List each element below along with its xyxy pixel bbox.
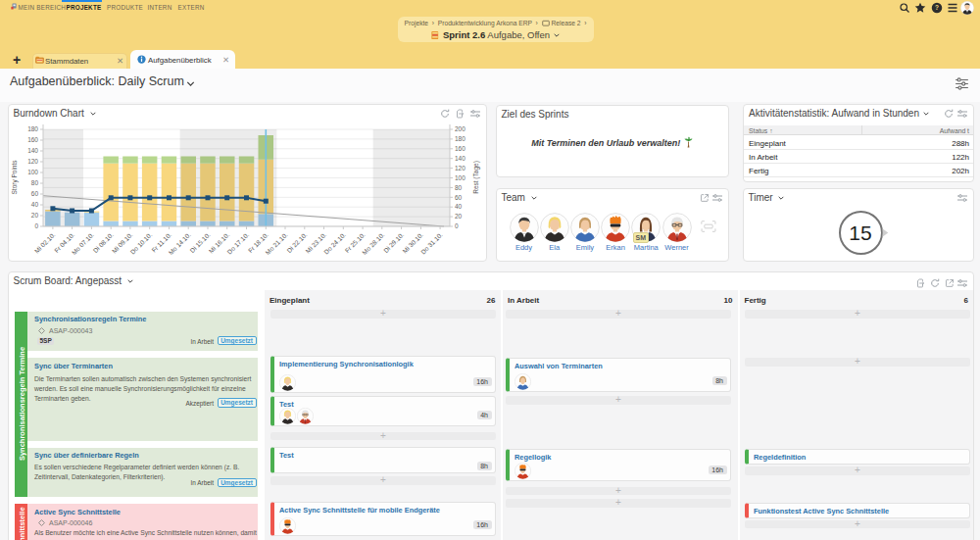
svg-text:60: 60 [455, 194, 463, 201]
svg-text:80: 80 [455, 184, 463, 191]
svg-text:0: 0 [34, 222, 38, 229]
svg-text:160: 160 [27, 136, 38, 143]
svg-text:Mi 02.10.: Mi 02.10. [33, 231, 57, 255]
svg-text:20: 20 [455, 213, 463, 220]
svg-text:160: 160 [455, 145, 466, 152]
svg-text:100: 100 [27, 169, 38, 175]
svg-text:140: 140 [27, 147, 38, 154]
svg-text:140: 140 [455, 155, 466, 162]
svg-text:40: 40 [455, 203, 463, 210]
svg-text:200: 200 [455, 125, 466, 132]
svg-text:0: 0 [455, 222, 459, 229]
svg-text:80: 80 [31, 179, 39, 186]
svg-text:Do 24.10.: Do 24.10. [322, 231, 347, 256]
svg-text:180: 180 [455, 135, 466, 142]
svg-text:Do 17.10.: Do 17.10. [225, 231, 250, 256]
svg-text:?: ? [935, 4, 939, 11]
svg-text:120: 120 [27, 158, 38, 165]
svg-text:180: 180 [27, 125, 38, 132]
svg-text:40: 40 [31, 201, 39, 208]
svg-text:Story Points: Story Points [11, 160, 19, 195]
svg-text:120: 120 [455, 165, 466, 172]
svg-text:60: 60 [31, 190, 39, 197]
svg-text:Rest (Tage): Rest (Tage) [472, 161, 480, 194]
svg-text:100: 100 [455, 174, 466, 181]
svg-text:20: 20 [31, 212, 39, 219]
